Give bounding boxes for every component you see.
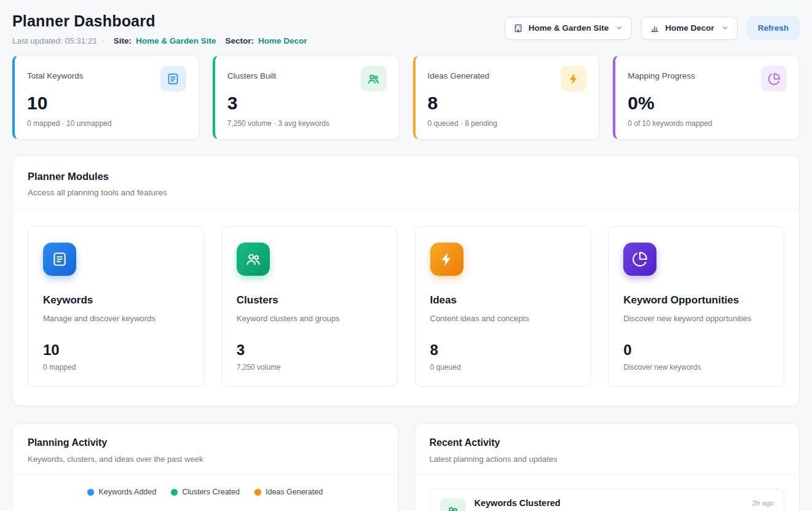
module-description: Discover new keyword opportunities <box>623 314 769 323</box>
module-value: 0 <box>623 341 769 359</box>
legend-item-clusters-created: Clusters Created <box>171 488 240 496</box>
meta-separator: · <box>101 36 104 45</box>
people-icon <box>237 243 270 276</box>
panel-title: Recent Activity <box>430 437 785 448</box>
stat-card-top: Total Keywords <box>27 66 186 92</box>
module-title: Ideas <box>430 294 576 306</box>
chevron-down-icon <box>615 24 623 32</box>
site-label: Site: <box>114 36 132 45</box>
stat-detail: 7,250 volume · 3 avg keywords <box>227 119 387 128</box>
pie-chart-icon <box>761 66 787 92</box>
stat-card-mapping-progress: Mapping Progress 0% 0 of 10 keywords map… <box>613 55 800 139</box>
stat-card-ideas-generated: Ideas Generated 8 0 queued · 8 pending <box>413 55 600 139</box>
panel-subtitle: Keywords, clusters, and ideas over the p… <box>28 454 383 464</box>
building-icon <box>513 23 523 33</box>
module-card-keyword-opportunities[interactable]: Keyword Opportunities Discover new keywo… <box>608 226 784 387</box>
sector-label: Sector: <box>225 36 254 45</box>
page-title: Planner Dashboard <box>12 12 307 30</box>
stat-label: Mapping Progress <box>628 66 695 80</box>
people-icon <box>361 66 387 92</box>
activity-item-text: Keywords Clustered 3 new clusters create… <box>475 498 561 511</box>
topbar: Planner Dashboard Last updated: 05:31:21… <box>12 12 800 45</box>
site-selector-value: Home & Garden Site <box>529 23 609 33</box>
module-title: Clusters <box>237 294 382 306</box>
people-icon <box>440 498 466 511</box>
stat-value: 8 <box>428 93 587 114</box>
module-detail: 0 mapped <box>43 363 189 372</box>
module-description: Content ideas and concepts <box>430 314 576 323</box>
site-link[interactable]: Home & Garden Site <box>136 36 216 45</box>
section-title: Planner Modules <box>28 171 784 182</box>
bar-chart-icon <box>650 23 660 33</box>
planner-modules-panel: Planner Modules Access all planning tool… <box>12 155 800 406</box>
planning-activity-panel: Planning Activity Keywords, clusters, an… <box>12 423 398 511</box>
module-detail: Discover new keywords <box>623 363 769 372</box>
recent-activity-header: Recent Activity Latest planning actions … <box>415 424 800 475</box>
panel-title: Planning Activity <box>28 437 383 448</box>
pie-chart-icon <box>623 243 656 276</box>
panel-subtitle: Latest planning actions and updates <box>430 454 785 464</box>
stat-label: Clusters Built <box>227 66 277 80</box>
module-value: 8 <box>430 341 576 359</box>
sector-selector-dropdown[interactable]: Home Decor <box>641 17 738 40</box>
module-card-clusters[interactable]: Clusters Keyword clusters and groups 3 7… <box>221 226 398 387</box>
stat-card-total-keywords: Total Keywords 10 0 mapped · 10 unmapped <box>12 55 199 139</box>
legend-label: Clusters Created <box>182 488 240 496</box>
legend-dot-blue <box>87 489 94 496</box>
bottom-panels: Planning Activity Keywords, clusters, an… <box>12 423 800 511</box>
recent-activity-panel: Recent Activity Latest planning actions … <box>414 423 800 511</box>
recent-activity-list: Keywords Clustered 3 new clusters create… <box>415 475 800 511</box>
stat-value: 10 <box>27 93 186 114</box>
section-subtitle: Access all planning tools and features <box>28 188 784 197</box>
legend-item-ideas-generated: Ideas Generated <box>254 488 323 496</box>
module-value: 3 <box>237 341 382 359</box>
module-card-ideas[interactable]: Ideas Content ideas and concepts 8 0 que… <box>415 226 591 387</box>
sector-link[interactable]: Home Decor <box>258 36 307 45</box>
stat-detail: 0 mapped · 10 unmapped <box>27 119 186 128</box>
stat-label: Total Keywords <box>27 66 84 80</box>
last-updated-text: Last updated: 05:31:21 <box>12 36 97 45</box>
module-title: Keywords <box>43 294 189 306</box>
stat-card-top: Clusters Built <box>227 66 387 92</box>
module-card-keywords[interactable]: Keywords Manage and discover keywords 10… <box>28 226 204 387</box>
planning-activity-chart: Keywords Added Clusters Created Ideas Ge… <box>13 475 398 511</box>
topbar-controls: Home & Garden Site Home Decor Refresh <box>505 16 800 40</box>
document-icon <box>43 243 76 276</box>
planning-activity-header: Planning Activity Keywords, clusters, an… <box>13 424 398 475</box>
sector-selector-value: Home Decor <box>665 23 714 33</box>
module-detail: 0 queued <box>430 363 576 372</box>
page-meta: Last updated: 05:31:21 · Site: Home & Ga… <box>12 36 307 45</box>
stat-value: 0% <box>628 93 787 114</box>
stat-card-clusters-built: Clusters Built 3 7,250 volume · 3 avg ke… <box>213 55 400 139</box>
stat-detail: 0 queued · 8 pending <box>428 119 587 128</box>
planner-modules-header: Planner Modules Access all planning tool… <box>13 156 799 209</box>
module-detail: 7,250 volume <box>237 363 382 372</box>
stat-detail: 0 of 10 keywords mapped <box>628 119 787 128</box>
legend-item-keywords-added: Keywords Added <box>87 488 156 496</box>
topbar-left: Planner Dashboard Last updated: 05:31:21… <box>12 12 307 45</box>
stats-row: Total Keywords 10 0 mapped · 10 unmapped… <box>12 55 800 139</box>
refresh-button[interactable]: Refresh <box>747 16 800 40</box>
module-title: Keyword Opportunities <box>623 294 769 306</box>
activity-timestamp: 2h ago <box>752 498 774 507</box>
activity-list-item: Keywords Clustered 3 new clusters create… <box>430 489 785 511</box>
bolt-icon <box>561 66 586 92</box>
site-selector-dropdown[interactable]: Home & Garden Site <box>505 17 633 40</box>
module-description: Keyword clusters and groups <box>237 314 382 323</box>
stat-value: 3 <box>227 93 387 114</box>
bolt-icon <box>430 243 463 276</box>
stat-label: Ideas Generated <box>428 66 490 80</box>
module-value: 10 <box>43 341 189 359</box>
legend-label: Ideas Generated <box>266 488 323 496</box>
chart-plot-area: 25 25 24 <box>28 506 383 511</box>
planner-dashboard-page: Planner Dashboard Last updated: 05:31:21… <box>0 0 812 511</box>
chart-legend: Keywords Added Clusters Created Ideas Ge… <box>28 488 383 496</box>
module-description: Manage and discover keywords <box>43 314 189 323</box>
legend-dot-green <box>171 489 178 496</box>
legend-label: Keywords Added <box>98 488 156 496</box>
modules-grid: Keywords Manage and discover keywords 10… <box>13 209 799 405</box>
activity-title: Keywords Clustered <box>475 498 561 508</box>
chevron-down-icon <box>721 24 729 32</box>
legend-dot-orange <box>254 489 261 496</box>
document-icon <box>160 66 186 92</box>
